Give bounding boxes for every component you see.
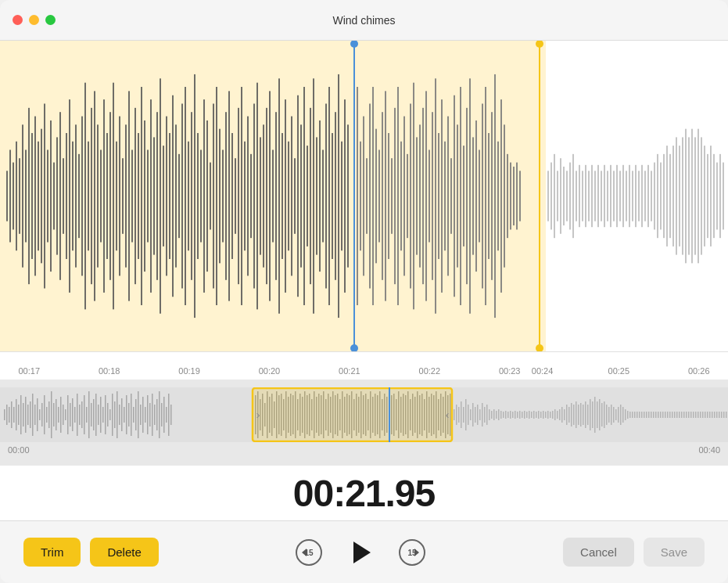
- svg-rect-17: [59, 112, 61, 280]
- svg-rect-425: [564, 409, 565, 420]
- svg-rect-129: [413, 83, 414, 310]
- svg-rect-198: [654, 163, 655, 230]
- svg-rect-0: [6, 171, 8, 221]
- svg-rect-165: [550, 163, 552, 230]
- svg-rect-412: [533, 411, 535, 419]
- svg-rect-20: [69, 99, 70, 293]
- svg-rect-445: [611, 405, 612, 425]
- svg-rect-132: [422, 108, 424, 284]
- svg-rect-259: [91, 403, 92, 426]
- svg-rect-401: [507, 412, 509, 418]
- svg-rect-247: [63, 405, 64, 425]
- svg-rect-287: [156, 399, 158, 430]
- svg-rect-385: [470, 409, 472, 420]
- svg-rect-66: [213, 103, 214, 288]
- svg-rect-23: [78, 154, 80, 238]
- svg-rect-98: [313, 78, 314, 313]
- svg-rect-3: [16, 142, 17, 250]
- svg-rect-276: [131, 394, 132, 436]
- svg-rect-130: [416, 137, 418, 254]
- svg-rect-40: [131, 149, 133, 242]
- svg-rect-97: [310, 108, 311, 284]
- delete-button[interactable]: Delete: [90, 538, 158, 567]
- svg-rect-236: [37, 398, 38, 431]
- svg-rect-284: [149, 403, 151, 426]
- svg-rect-175: [582, 171, 583, 221]
- svg-rect-96: [307, 146, 308, 247]
- svg-rect-100: [319, 121, 321, 272]
- svg-rect-250: [70, 403, 71, 426]
- svg-rect-436: [590, 399, 591, 430]
- svg-rect-475: [681, 412, 683, 418]
- svg-rect-415: [540, 412, 542, 418]
- svg-rect-403: [512, 412, 514, 418]
- skip-back-button[interactable]: 15: [293, 537, 325, 568]
- svg-rect-84: [269, 91, 271, 300]
- left-button-group: Trim Delete: [23, 538, 159, 567]
- svg-rect-225: [11, 401, 13, 428]
- svg-rect-410: [529, 411, 530, 419]
- svg-rect-149: [475, 121, 477, 272]
- ruler-label-21: 00:21: [339, 366, 360, 376]
- svg-rect-164: [547, 171, 549, 221]
- svg-rect-290: [163, 397, 165, 433]
- svg-rect-397: [498, 409, 500, 420]
- svg-rect-219: [719, 154, 721, 238]
- save-button[interactable]: Save: [644, 538, 705, 567]
- svg-rect-1: [9, 149, 11, 242]
- svg-rect-388: [477, 405, 479, 425]
- svg-rect-24: [81, 117, 83, 276]
- maximize-button[interactable]: [45, 15, 56, 25]
- trim-button[interactable]: Trim: [23, 538, 81, 567]
- svg-rect-49: [160, 78, 161, 313]
- svg-rect-272: [121, 398, 123, 431]
- mini-waveform-svg: › ‹: [0, 387, 728, 442]
- svg-rect-381: [461, 401, 462, 428]
- svg-rect-91: [291, 117, 292, 276]
- svg-rect-159: [507, 154, 508, 238]
- waveform-display[interactable]: [0, 41, 728, 351]
- svg-rect-160: [510, 163, 511, 230]
- svg-rect-167: [557, 171, 558, 221]
- minimize-button[interactable]: [29, 15, 39, 25]
- main-waveform-area[interactable]: 00:17 00:18 00:19 00:20 00:21 00:22 00:2…: [0, 41, 728, 380]
- svg-rect-402: [510, 411, 511, 419]
- svg-rect-473: [676, 412, 678, 418]
- svg-rect-229: [20, 395, 22, 434]
- svg-rect-226: [13, 407, 15, 423]
- svg-rect-477: [686, 412, 687, 418]
- svg-rect-451: [625, 409, 626, 420]
- skip-forward-button[interactable]: 15: [396, 537, 428, 568]
- svg-rect-252: [74, 407, 76, 423]
- close-button[interactable]: [13, 15, 23, 25]
- svg-rect-285: [152, 394, 153, 436]
- svg-rect-139: [444, 142, 446, 250]
- svg-rect-116: [372, 87, 374, 305]
- svg-rect-469: [667, 412, 669, 418]
- svg-rect-83: [266, 108, 267, 284]
- svg-rect-398: [500, 411, 502, 419]
- mini-waveform-row[interactable]: › ‹: [0, 387, 728, 442]
- svg-rect-166: [554, 154, 555, 238]
- play-button[interactable]: [343, 535, 378, 570]
- svg-rect-99: [316, 137, 317, 254]
- svg-rect-267: [109, 409, 111, 420]
- svg-rect-87: [278, 78, 280, 313]
- svg-rect-95: [303, 87, 305, 305]
- cancel-button[interactable]: Cancel: [563, 538, 634, 567]
- svg-rect-223: [6, 405, 8, 425]
- svg-rect-446: [613, 407, 615, 423]
- svg-rect-188: [622, 165, 624, 227]
- svg-rect-77: [247, 117, 249, 276]
- svg-rect-257: [86, 407, 88, 423]
- mini-waveform-strip[interactable]: › ‹ 00:00 00:40: [0, 380, 728, 466]
- svg-rect-407: [522, 412, 523, 418]
- right-button-group: Cancel Save: [563, 538, 705, 567]
- svg-rect-48: [156, 112, 158, 280]
- ruler-label-23: 00:23: [499, 366, 521, 376]
- svg-rect-15: [53, 163, 55, 230]
- svg-rect-464: [655, 412, 657, 418]
- svg-rect-420: [552, 411, 554, 419]
- svg-rect-263: [100, 397, 102, 433]
- svg-rect-62: [200, 149, 202, 242]
